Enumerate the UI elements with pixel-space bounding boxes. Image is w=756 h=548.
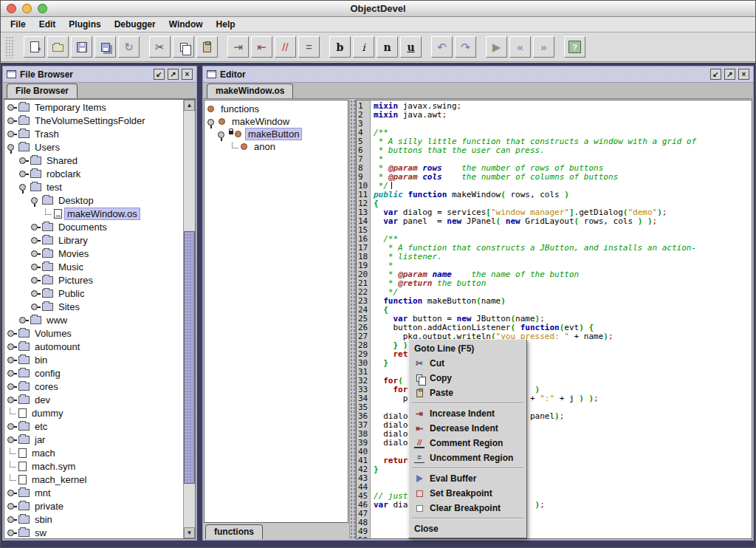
tree-item-music[interactable]: Music xyxy=(4,260,183,273)
tree-item-sites[interactable]: Sites xyxy=(4,300,183,313)
tree-item-thevolumesettingsfolder[interactable]: TheVolumeSettingsFolder xyxy=(4,114,183,127)
expand-icon[interactable] xyxy=(19,315,29,325)
increase-indent-button[interactable]: ⇥ xyxy=(227,36,249,58)
frame-close-icon[interactable]: × xyxy=(738,69,749,80)
file-tree[interactable]: Temporary ItemsTheVolumeSettingsFolderTr… xyxy=(4,100,183,538)
frame-minimize-icon[interactable]: ↙ xyxy=(710,69,721,80)
tree-item-public[interactable]: Public xyxy=(4,287,183,300)
tree-item-bin[interactable]: bin xyxy=(4,353,183,366)
expand-icon[interactable] xyxy=(19,155,29,165)
expand-icon[interactable] xyxy=(7,421,17,431)
expand-icon[interactable] xyxy=(31,288,41,298)
tree-item-mach-kernel[interactable]: mach_kernel xyxy=(4,473,183,486)
scroll-down-icon[interactable]: ▼ xyxy=(184,527,195,538)
menu-item-clear-breakpoint[interactable]: Clear Breakpoint xyxy=(410,501,526,516)
menu-item-comment-region[interactable]: //Comment Region xyxy=(410,436,526,451)
frame-maximize-icon[interactable]: ↗ xyxy=(724,69,735,80)
menu-item-paste[interactable]: Paste xyxy=(410,386,526,400)
expand-icon[interactable] xyxy=(7,501,17,511)
frame-minimize-icon[interactable]: ↙ xyxy=(154,69,165,80)
bold-button[interactable]: b xyxy=(329,36,351,58)
tree-item-library[interactable]: Library xyxy=(4,233,183,247)
paste-button[interactable] xyxy=(196,36,218,58)
minimize-window-icon[interactable] xyxy=(22,4,32,13)
tree-item-pictures[interactable]: Pictures xyxy=(4,273,183,287)
close-window-icon[interactable] xyxy=(7,4,16,13)
tree-item-sw[interactable]: sw xyxy=(4,526,183,538)
expand-icon[interactable] xyxy=(7,129,17,139)
copy-button[interactable] xyxy=(173,36,194,58)
comment-region-button[interactable]: // xyxy=(275,36,296,58)
tab-functions[interactable]: functions xyxy=(205,524,263,539)
tree-item-mnt[interactable]: mnt xyxy=(4,486,183,499)
tree-item-temporary-items[interactable]: Temporary Items xyxy=(4,100,183,114)
menu-item-copy[interactable]: Copy xyxy=(410,371,526,386)
tree-item-desktop[interactable]: Desktop xyxy=(4,193,183,207)
new-file-button[interactable] xyxy=(24,36,45,58)
collapse-icon[interactable] xyxy=(7,142,17,152)
editor-titlebar[interactable]: Editor ↙ ↗ × xyxy=(203,66,753,83)
tree-item-dummy[interactable]: dummy xyxy=(4,406,183,419)
menu-item-eval-buffer[interactable]: Eval Buffer xyxy=(410,471,526,486)
save-button[interactable] xyxy=(71,36,92,58)
expand-icon[interactable] xyxy=(7,514,17,524)
menu-debugger[interactable]: Debugger xyxy=(108,18,162,31)
tab-makewindow-os[interactable]: makeWindow.os xyxy=(207,83,293,98)
expand-icon[interactable] xyxy=(7,487,17,498)
menu-item-cut[interactable]: ✂Cut xyxy=(410,356,526,371)
outline-item-functions[interactable]: functions xyxy=(205,103,348,115)
tree-item-test[interactable]: test xyxy=(4,180,183,193)
tree-item-automount[interactable]: automount xyxy=(4,340,183,353)
uncomment-region-button[interactable]: = xyxy=(298,36,320,58)
menu-item-set-breakpoint[interactable]: Set Breakpoint xyxy=(410,486,526,501)
zoom-window-icon[interactable] xyxy=(38,4,47,13)
expand-icon[interactable] xyxy=(7,381,17,391)
tree-item-shared[interactable]: Shared xyxy=(4,154,183,167)
tree-item-movies[interactable]: Movies xyxy=(4,247,183,260)
tree-item-trash[interactable]: Trash xyxy=(4,127,183,140)
tree-item-cores[interactable]: cores xyxy=(4,380,183,393)
open-file-button[interactable] xyxy=(47,36,69,58)
tree-item-etc[interactable]: etc xyxy=(4,419,183,433)
expand-icon[interactable] xyxy=(7,341,17,352)
menu-item-uncomment-region[interactable]: =Uncomment Region xyxy=(410,451,526,465)
tree-item-www[interactable]: www xyxy=(4,313,183,326)
eval-button[interactable]: ▶ xyxy=(486,36,507,58)
expand-icon[interactable] xyxy=(7,434,17,445)
file-tree-scrollbar[interactable]: ▲ ▼ xyxy=(183,100,195,538)
italic-button[interactable]: i xyxy=(353,36,374,58)
expand-icon[interactable] xyxy=(31,275,41,285)
toolbar-grip[interactable] xyxy=(5,36,14,58)
cut-button[interactable]: ✂ xyxy=(149,36,171,58)
forward-button[interactable]: » xyxy=(533,36,554,58)
normal-button[interactable]: n xyxy=(377,36,398,58)
save-all-button[interactable] xyxy=(94,36,116,58)
menu-item-close[interactable]: Close xyxy=(410,521,526,536)
expand-icon[interactable] xyxy=(31,235,41,245)
tree-item-mach[interactable]: mach xyxy=(4,446,183,459)
expand-icon[interactable] xyxy=(7,355,17,365)
collapse-icon[interactable] xyxy=(31,195,41,205)
tree-item-config[interactable]: config xyxy=(4,366,183,380)
menu-window[interactable]: Window xyxy=(162,18,210,31)
tab-file-browser[interactable]: File Browser xyxy=(7,83,78,98)
collapse-icon[interactable] xyxy=(19,182,29,192)
tree-item-robclark[interactable]: robclark xyxy=(4,167,183,180)
file-browser-titlebar[interactable]: File Browser ↙ ↗ × xyxy=(3,66,196,83)
underline-button[interactable]: u xyxy=(400,36,422,58)
expand-icon[interactable] xyxy=(7,394,17,405)
expand-icon[interactable] xyxy=(7,102,17,112)
expand-icon[interactable] xyxy=(31,301,41,312)
undo-button[interactable]: ↶ xyxy=(431,36,453,58)
decrease-indent-button[interactable]: ⇤ xyxy=(251,36,272,58)
tree-item-users[interactable]: Users xyxy=(4,140,183,154)
tree-item-documents[interactable]: Documents xyxy=(4,220,183,233)
tree-item-makewindow-os[interactable]: makeWindow.os xyxy=(4,207,183,220)
refresh-button[interactable]: ↻ xyxy=(118,36,140,58)
scrollbar-thumb[interactable] xyxy=(184,231,195,484)
back-button[interactable]: « xyxy=(509,36,531,58)
collapse-icon[interactable] xyxy=(207,117,217,127)
frame-maximize-icon[interactable]: ↗ xyxy=(168,69,179,80)
menu-file[interactable]: File xyxy=(4,18,32,31)
expand-icon[interactable] xyxy=(7,368,17,378)
